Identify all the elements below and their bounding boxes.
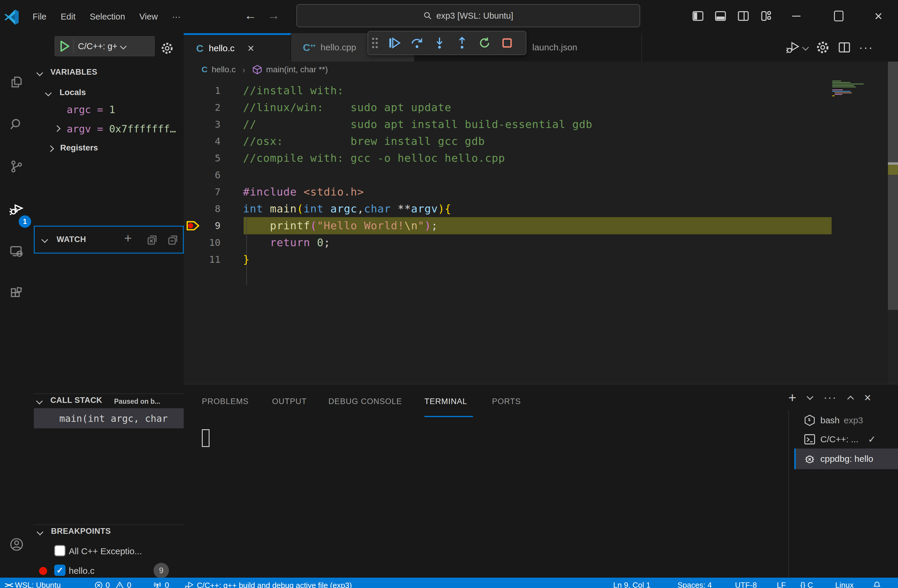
- breakpoints-section-title[interactable]: BREAKPOINTS: [51, 527, 111, 536]
- chevron-down-icon[interactable]: [120, 43, 127, 50]
- gutter-glyph[interactable]: [184, 183, 200, 200]
- chevron-down-icon[interactable]: [38, 530, 42, 536]
- breadcrumb[interactable]: C hello.c › main(int, char **): [184, 61, 887, 78]
- close-tab-icon[interactable]: ×: [248, 43, 254, 54]
- line-number[interactable]: 3: [200, 119, 220, 130]
- breakpoint-checkbox[interactable]: [54, 545, 66, 556]
- minimize-button[interactable]: [789, 9, 803, 23]
- debug-settings-gear-icon[interactable]: [160, 41, 174, 55]
- status-item-0[interactable]: Ln 9, Col 1: [613, 580, 650, 588]
- status-item-1[interactable]: Spaces: 4: [678, 580, 712, 588]
- debug-launch-bar[interactable]: C/C++: g+: [55, 36, 155, 56]
- chevron-down-icon[interactable]: [46, 91, 51, 97]
- panel-tab-problems[interactable]: PROBLEMS: [202, 397, 249, 406]
- gutter-glyph[interactable]: [184, 251, 200, 268]
- more-actions-icon[interactable]: ···: [824, 391, 837, 404]
- status-item-2[interactable]: UTF-8: [735, 580, 757, 588]
- menu-item-dotsdotsdots[interactable]: ···: [165, 12, 188, 21]
- call-stack-section-title[interactable]: CALL STACK: [51, 396, 102, 405]
- customize-layout-icon[interactable]: [759, 9, 773, 23]
- variables-section-title[interactable]: VARIABLES: [51, 68, 97, 77]
- menu-item-selection[interactable]: Selection: [83, 12, 132, 21]
- nav-forward-arrow[interactable]: →: [268, 8, 280, 23]
- collapse-all-watch-icon[interactable]: [167, 234, 179, 246]
- editor-scrollbar[interactable]: [888, 61, 898, 384]
- maximize-button[interactable]: [832, 9, 846, 23]
- chevron-right-icon[interactable]: [48, 146, 53, 152]
- line-number[interactable]: 8: [200, 203, 220, 215]
- line-number[interactable]: 10: [200, 237, 220, 248]
- step-into-button[interactable]: [433, 36, 446, 50]
- gutter-glyph[interactable]: [184, 99, 200, 116]
- gutter-glyph[interactable]: [184, 133, 200, 150]
- split-editor-icon[interactable]: [838, 41, 851, 54]
- menu-item-edit[interactable]: Edit: [54, 12, 83, 21]
- line-number[interactable]: 1: [200, 85, 220, 96]
- call-stack-frame-row[interactable]: main(int argc, char: [34, 408, 184, 428]
- notifications-bell-icon[interactable]: [872, 580, 881, 588]
- add-watch-expression-icon[interactable]: +: [124, 231, 132, 246]
- gutter-glyph[interactable]: [184, 150, 200, 166]
- maximize-panel-icon[interactable]: [847, 396, 854, 402]
- search-icon[interactable]: [8, 116, 25, 133]
- line-number[interactable]: 11: [200, 254, 220, 265]
- start-debug-icon[interactable]: [60, 40, 70, 52]
- toggle-secondary-sidebar-icon[interactable]: [736, 9, 750, 23]
- command-center-search[interactable]: exp3 [WSL: Ubuntu]: [296, 4, 640, 27]
- ports-status[interactable]: 0: [152, 580, 169, 588]
- step-over-button[interactable]: [410, 36, 424, 50]
- close-panel-icon[interactable]: ×: [864, 391, 871, 404]
- panel-tab-terminal[interactable]: TERMINAL: [424, 397, 467, 406]
- panel-tab-output[interactable]: OUTPUT: [272, 397, 307, 406]
- registers-group-label[interactable]: Registers: [60, 143, 98, 152]
- continue-button[interactable]: [387, 36, 401, 50]
- nav-back-arrow[interactable]: ←: [244, 8, 257, 23]
- terminal-item-bash[interactable]: bashexp3: [794, 411, 898, 430]
- line-number[interactable]: 7: [200, 186, 220, 198]
- minimap[interactable]: [832, 81, 867, 97]
- tab-hello-c[interactable]: C hello.c ×: [184, 33, 291, 61]
- source-control-icon[interactable]: [8, 158, 25, 175]
- scrollbar-slider[interactable]: [888, 61, 898, 310]
- accounts-icon[interactable]: [8, 536, 25, 553]
- breakpoint-row-2[interactable]: ✓hello.c9: [33, 562, 184, 578]
- explorer-icon[interactable]: [8, 74, 25, 91]
- breakpoint-row-1[interactable]: All C++ Exceptio...: [33, 543, 184, 561]
- panel-tab-ports[interactable]: PORTS: [492, 397, 521, 406]
- remove-all-watch-icon[interactable]: [146, 234, 158, 246]
- step-out-button[interactable]: [455, 36, 469, 50]
- gutter-glyph[interactable]: [184, 166, 200, 183]
- gutter-glyph[interactable]: [184, 200, 200, 217]
- launch-profile-chevron-icon[interactable]: [807, 393, 813, 400]
- problems-status[interactable]: 0 0: [94, 580, 131, 588]
- close-window-button[interactable]: ×: [871, 9, 886, 23]
- menu-item-view[interactable]: View: [132, 12, 165, 21]
- run-or-debug-icon[interactable]: [786, 40, 808, 55]
- code-editor[interactable]: 1//install with:2//linux/win: sudo apt u…: [184, 78, 887, 384]
- line-number[interactable]: 6: [200, 169, 220, 181]
- chevron-down-icon[interactable]: [37, 71, 42, 77]
- stop-button[interactable]: [500, 36, 514, 50]
- gutter-glyph[interactable]: [184, 116, 200, 133]
- restart-button[interactable]: [478, 36, 491, 50]
- chevron-down-icon[interactable]: [37, 399, 42, 405]
- line-number[interactable]: 5: [200, 152, 220, 164]
- locals-group-label[interactable]: Locals: [60, 88, 86, 97]
- line-number[interactable]: 9: [200, 220, 220, 231]
- variable-row-argv[interactable]: argv = 0x7fffffff…: [67, 123, 182, 135]
- panel-tab-debug-console[interactable]: DEBUG CONSOLE: [328, 397, 402, 406]
- remote-explorer-icon[interactable]: [8, 243, 25, 259]
- chevron-right-icon[interactable]: [55, 126, 60, 132]
- toggle-sidebar-icon[interactable]: [691, 9, 705, 23]
- terminal-item-c-c-[interactable]: C/C++: ...✓: [794, 430, 898, 448]
- more-actions-icon[interactable]: ···: [859, 41, 873, 54]
- status-item-3[interactable]: LF: [777, 580, 786, 588]
- terminal-item-cppdbg-hello[interactable]: cppdbg: hello: [794, 448, 898, 469]
- variable-row-argc[interactable]: argc = 1: [67, 104, 115, 115]
- remote-indicator[interactable]: >< WSL: Ubuntu: [5, 580, 61, 588]
- launch-config-name[interactable]: C/C++: g+: [78, 41, 117, 51]
- new-terminal-icon[interactable]: +: [788, 390, 797, 405]
- run-and-debug-icon[interactable]: [8, 200, 25, 217]
- line-number[interactable]: 4: [200, 136, 220, 147]
- toggle-panel-icon[interactable]: [713, 9, 727, 23]
